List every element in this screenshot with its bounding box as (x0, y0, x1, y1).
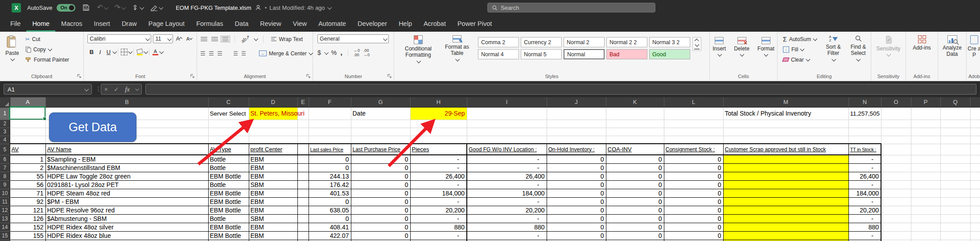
cell-E6[interactable] (297, 155, 309, 163)
cell-E11[interactable] (297, 197, 309, 206)
row-header-14[interactable]: 14 (0, 223, 10, 231)
cell-B13[interactable]: $Abmusterung - SBM (45, 214, 208, 223)
cell-K9[interactable]: 0 (606, 180, 664, 189)
cell-I5[interactable]: Good FG W/o INV Location : (467, 144, 547, 155)
cell-A7[interactable]: 2 (10, 163, 45, 172)
cell-A8[interactable]: 55 (10, 172, 45, 180)
cell-I11[interactable]: - (467, 197, 547, 206)
cell-F12[interactable]: 638.05 (309, 206, 351, 214)
cell-R5[interactable] (970, 144, 980, 155)
cell-C7[interactable]: Bottle (208, 163, 249, 172)
clipboard-dialog-launcher-icon[interactable] (77, 74, 82, 79)
column-header-B[interactable]: B (45, 97, 208, 107)
paste-button[interactable]: Paste (3, 34, 22, 70)
cell-E14[interactable] (297, 223, 309, 231)
ink-pen-icon[interactable] (150, 4, 162, 11)
delete-cells-button[interactable]: ✕Delete (731, 36, 752, 72)
cell-O13[interactable] (881, 214, 911, 223)
cell-D1[interactable]: St. Peters, Missouri (249, 107, 297, 120)
cell-R8[interactable] (970, 172, 980, 180)
cell-E9[interactable] (297, 180, 309, 189)
cell-F10[interactable]: 401.53 (309, 189, 351, 197)
cell-O10[interactable] (881, 189, 911, 197)
cell-N12[interactable]: 20,200 (848, 206, 881, 214)
cell-C4[interactable] (208, 136, 249, 144)
cell-F4[interactable] (309, 136, 351, 144)
cell-M15[interactable] (723, 231, 848, 240)
cell-R1[interactable] (970, 107, 980, 120)
cell-O6[interactable] (881, 155, 911, 163)
cell-C8[interactable]: EBM Bottle (208, 172, 249, 180)
cell-B15[interactable]: HDPE Ridex 48oz blue (45, 231, 208, 240)
tab-insert[interactable]: Insert (88, 15, 116, 32)
cell-G2[interactable] (351, 120, 410, 128)
cell-G6[interactable]: 0 (351, 155, 410, 163)
cell-A10[interactable]: 71 (10, 189, 45, 197)
cell-P4[interactable] (911, 136, 940, 144)
cell-J1[interactable] (547, 107, 606, 120)
cell-E3[interactable] (297, 128, 309, 136)
cell-G7[interactable]: 0 (351, 163, 410, 172)
cell-Q3[interactable] (940, 128, 970, 136)
column-header-N[interactable]: N (848, 97, 881, 107)
cell-D9[interactable]: SBM (249, 180, 297, 189)
tab-acrobat[interactable]: Acrobat (418, 15, 452, 32)
cell-J8[interactable]: 0 (547, 172, 606, 180)
cell-K8[interactable]: 0 (606, 172, 664, 180)
cell-C15[interactable]: EBM Bottle (208, 231, 249, 240)
cell-D4[interactable] (249, 136, 297, 144)
document-title[interactable]: EOM FG-PKG Template.xlsm (176, 4, 251, 11)
cell-K14[interactable]: 0 (606, 223, 664, 231)
cell-C2[interactable] (208, 120, 249, 128)
cell-N7[interactable]: - (848, 163, 881, 172)
cell-N4[interactable] (848, 136, 881, 144)
cancel-entry-icon[interactable]: × (104, 86, 108, 93)
cell-L7[interactable]: 0 (664, 163, 723, 172)
cell-F5[interactable]: Last sales Price (309, 144, 351, 155)
cell-H5[interactable]: Pieces (410, 144, 467, 155)
cell-H1[interactable]: 29-Sep (410, 107, 467, 120)
increase-decimal-icon[interactable]: ←0.00 (354, 48, 360, 57)
chevron-down-icon[interactable] (327, 5, 332, 9)
cell-K11[interactable]: 0 (606, 197, 664, 206)
cell-I12[interactable]: 20,200 (467, 206, 547, 214)
cell-C10[interactable]: EBM Bottle (208, 189, 249, 197)
cell-J4[interactable] (547, 136, 606, 144)
cell-D7[interactable]: EBM (249, 163, 297, 172)
save-icon[interactable] (82, 4, 90, 11)
column-header-C[interactable]: C (208, 97, 249, 107)
cell-J14[interactable]: 0 (547, 223, 606, 231)
cell-H6[interactable]: - (410, 155, 467, 163)
decrease-decimal-icon[interactable]: .00→0 (363, 48, 370, 57)
cell-E10[interactable] (297, 189, 309, 197)
redo-icon[interactable]: ↷ (115, 4, 125, 11)
cell-J3[interactable] (547, 128, 606, 136)
cell-P10[interactable] (911, 189, 940, 197)
column-header-Q[interactable]: Q (940, 97, 970, 107)
cell-A3[interactable] (10, 128, 45, 136)
cell-R12[interactable] (970, 206, 980, 214)
row-header-13[interactable]: 13 (0, 214, 10, 223)
cell-Q2[interactable] (940, 120, 970, 128)
cell-C3[interactable] (208, 128, 249, 136)
cell-E7[interactable] (297, 163, 309, 172)
cell-F8[interactable]: 244.13 (309, 172, 351, 180)
cell-D5[interactable]: profit Center (249, 144, 297, 155)
cell-F1[interactable] (309, 107, 351, 120)
borders-icon[interactable] (120, 48, 128, 56)
cell-L3[interactable] (664, 128, 723, 136)
cell-H14[interactable]: 880 (410, 223, 467, 231)
cell-L6[interactable]: 0 (664, 155, 723, 163)
cell-J15[interactable]: 0 (547, 231, 606, 240)
cell-Q4[interactable] (940, 136, 970, 144)
cell-E4[interactable] (297, 136, 309, 144)
cell-M11[interactable] (723, 197, 848, 206)
cell-O3[interactable] (881, 128, 911, 136)
conditional-formatting-button[interactable]: Conditional Formatting (397, 34, 440, 64)
column-header-partial[interactable] (970, 97, 980, 107)
cell-N8[interactable]: 26,400 (848, 172, 881, 180)
cell-B14[interactable]: HDPE Ridex 48oz silver (45, 223, 208, 231)
cell-L11[interactable]: 0 (664, 197, 723, 206)
column-header-I[interactable]: I (467, 97, 547, 107)
column-header-F[interactable]: F (309, 97, 351, 107)
